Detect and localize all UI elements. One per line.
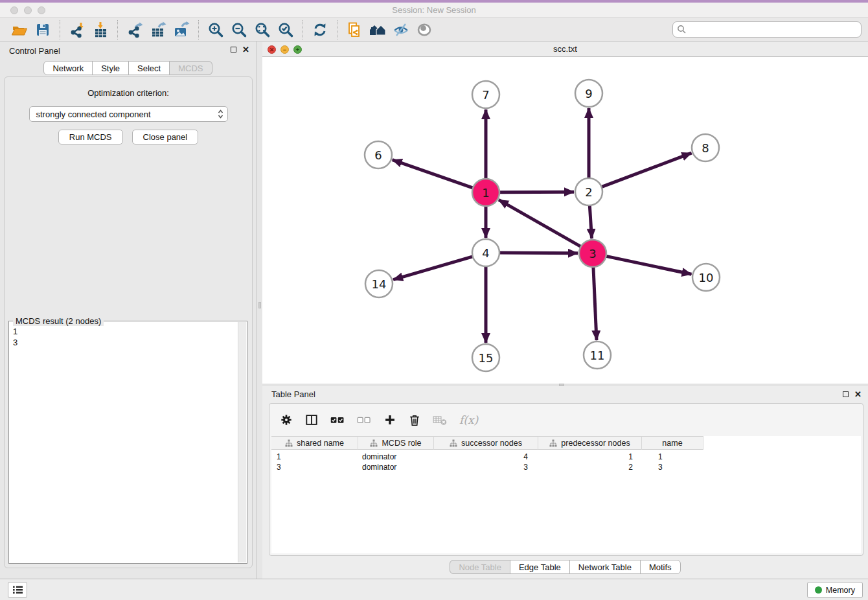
hide-details-button[interactable]: [391, 20, 411, 40]
task-history-button[interactable]: [8, 582, 27, 598]
graph-node-1[interactable]: 1: [472, 179, 499, 206]
float-table-panel-icon[interactable]: [843, 391, 849, 397]
zoom-window-button[interactable]: [38, 6, 45, 14]
export-network-button[interactable]: [125, 20, 144, 40]
function-builder-button[interactable]: f(x): [459, 413, 478, 426]
network-window-titlebar[interactable]: ✕ − + scc.txt: [262, 42, 868, 57]
graph-edge-3-11[interactable]: [593, 266, 597, 340]
svg-text:14: 14: [372, 277, 387, 291]
table-settings-gear-icon[interactable]: [280, 413, 293, 426]
network-canvas[interactable]: 1234678910111415: [262, 57, 868, 383]
column-header-MCDS-role[interactable]: MCDS role: [358, 436, 434, 450]
create-column-plus-icon[interactable]: [383, 413, 396, 426]
import-network-button[interactable]: [67, 20, 87, 40]
graph-node-6[interactable]: 6: [365, 141, 392, 168]
search-input[interactable]: [672, 21, 862, 38]
close-window-button[interactable]: [10, 6, 18, 14]
table-cell[interactable]: 3: [271, 462, 358, 472]
column-header-shared-name[interactable]: shared name: [271, 436, 358, 450]
duplicate-network-button[interactable]: [345, 20, 364, 40]
close-panel-icon[interactable]: ✕: [242, 46, 249, 53]
graph-node-8[interactable]: 8: [692, 134, 719, 161]
column-header-name[interactable]: name: [642, 436, 703, 450]
unselect-all-columns-icon[interactable]: [357, 414, 371, 426]
graph-node-2[interactable]: 2: [575, 178, 602, 205]
table-cell[interactable]: 1: [538, 452, 642, 462]
graph-edge-4-3[interactable]: [499, 253, 578, 253]
apply-layout-button[interactable]: [310, 20, 330, 40]
table-cell[interactable]: 3: [434, 462, 538, 472]
graph-edge-2-8[interactable]: [601, 153, 692, 187]
table-cell[interactable]: 2: [538, 462, 642, 472]
graph-edge-4-14[interactable]: [393, 257, 474, 280]
table-cell[interactable]: dominator: [358, 462, 434, 472]
table-cell[interactable]: 1: [271, 452, 358, 462]
column-type-icon: [370, 439, 378, 447]
table-cell[interactable]: 4: [434, 452, 538, 462]
table-cell[interactable]: 1: [642, 452, 703, 462]
float-panel-icon[interactable]: [231, 47, 236, 52]
tab-select[interactable]: Select: [128, 61, 170, 75]
column-header-successor-nodes[interactable]: successor nodes: [434, 436, 538, 450]
graph-node-4[interactable]: 4: [472, 239, 499, 266]
graph-edge-2-3[interactable]: [589, 205, 591, 238]
graph-node-11[interactable]: 11: [584, 341, 611, 369]
graph-node-10[interactable]: 10: [692, 264, 720, 291]
open-session-button[interactable]: [10, 20, 29, 40]
zoom-in-button[interactable]: [206, 20, 225, 40]
tab-network[interactable]: Network: [43, 61, 93, 75]
table-cell[interactable]: dominator: [358, 452, 434, 462]
tab-style[interactable]: Style: [92, 61, 129, 75]
tab-motifs[interactable]: Motifs: [640, 560, 681, 574]
graph-node-7[interactable]: 7: [472, 81, 499, 108]
close-table-panel-icon[interactable]: ✕: [854, 391, 862, 398]
table-row[interactable]: 1dominator411: [271, 452, 861, 462]
table-row[interactable]: 3dominator323: [271, 462, 861, 472]
graph-node-15[interactable]: 15: [472, 344, 499, 371]
graph-edge-3-10[interactable]: [606, 256, 692, 274]
select-all-columns-icon[interactable]: [330, 414, 345, 426]
window-traffic-lights[interactable]: [10, 6, 45, 14]
memory-button[interactable]: Memory: [807, 582, 863, 598]
tab-node-table[interactable]: Node Table: [450, 560, 510, 574]
table-cell[interactable]: 3: [642, 462, 703, 472]
row-filler: [703, 462, 861, 472]
tab-network-table[interactable]: Network Table: [569, 560, 641, 574]
table-panel-title: Table Panel: [271, 389, 315, 399]
zoom-selected-button[interactable]: [276, 20, 295, 40]
delete-column-trash-icon[interactable]: [409, 413, 420, 426]
tab-edge-table[interactable]: Edge Table: [510, 560, 570, 574]
tab-mcds[interactable]: MCDS: [169, 61, 212, 75]
minimize-window-button[interactable]: [24, 6, 32, 14]
graph-edge-1-6[interactable]: [393, 160, 474, 189]
show-column-panel-icon[interactable]: [305, 413, 318, 426]
import-table-button[interactable]: [91, 20, 110, 40]
graph-node-14[interactable]: 14: [365, 270, 393, 297]
result-scrollbar[interactable]: [238, 322, 246, 562]
graph-edge-3-1[interactable]: [499, 200, 582, 247]
show-details-button[interactable]: [415, 20, 434, 40]
delete-table-icon[interactable]: [433, 414, 447, 426]
network-maximize-button[interactable]: +: [293, 45, 302, 54]
save-session-button[interactable]: [33, 20, 52, 40]
splitter-handle[interactable]: [258, 302, 261, 308]
export-table-button[interactable]: [148, 20, 168, 40]
column-header-predecessor-nodes[interactable]: predecessor nodes: [538, 436, 642, 450]
network-minimize-button[interactable]: −: [280, 45, 289, 54]
graph-node-9[interactable]: 9: [575, 80, 602, 107]
mcds-result-item[interactable]: 3: [13, 337, 243, 348]
export-image-button[interactable]: [172, 20, 191, 40]
zoom-out-button[interactable]: [229, 20, 249, 40]
control-panel-title: Control Panel: [9, 46, 60, 56]
graph-edge-1-2[interactable]: [499, 192, 574, 192]
network-graph: 1234678910111415: [262, 57, 868, 383]
network-close-button[interactable]: ✕: [268, 45, 276, 54]
close-panel-button[interactable]: Close panel: [132, 130, 199, 144]
zoom-fit-button[interactable]: [253, 20, 272, 40]
criterion-dropdown[interactable]: strongly connected component: [29, 106, 228, 122]
nested-network-button[interactable]: [368, 20, 387, 40]
graph-node-3[interactable]: 3: [579, 240, 606, 267]
vertical-splitter[interactable]: [257, 41, 262, 579]
run-mcds-button[interactable]: Run MCDS: [58, 130, 123, 144]
mcds-result-item[interactable]: 1: [13, 326, 243, 337]
